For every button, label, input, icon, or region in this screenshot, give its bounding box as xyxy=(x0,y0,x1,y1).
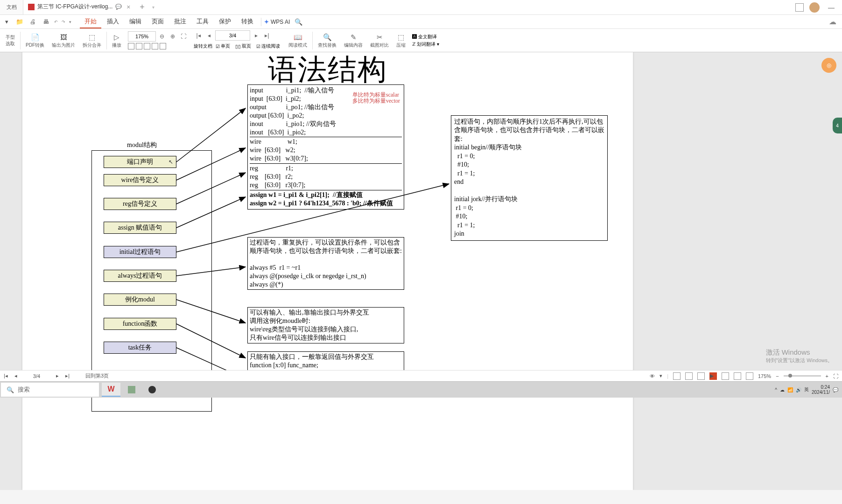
sb-first-icon[interactable]: |◂ xyxy=(4,373,8,379)
module-label: modul结构 xyxy=(127,141,157,149)
redo-icon[interactable]: ↷ xyxy=(62,20,65,24)
menu-annotate[interactable]: 批注 xyxy=(169,15,191,28)
zoom-minus-icon[interactable]: − xyxy=(776,373,779,379)
view1-icon[interactable] xyxy=(673,372,681,380)
save-icon[interactable]: 🖨 xyxy=(28,17,37,27)
crop4-icon[interactable] xyxy=(152,43,158,49)
last-page-icon[interactable]: ▸| xyxy=(262,32,272,39)
view3-icon[interactable] xyxy=(697,372,705,380)
windows-search[interactable]: 🔍 搜索 xyxy=(1,383,99,397)
hand-tool[interactable]: 手型选取 xyxy=(2,33,19,48)
tray-up-icon[interactable]: ^ xyxy=(775,387,777,392)
menu-tools[interactable]: 工具 xyxy=(192,15,213,28)
detail-instance: 可以有输入、输出,靠输出接口与外界交互 调用这例化moudle时: wire\r… xyxy=(247,307,404,343)
menu-chevron-icon[interactable]: ▾ xyxy=(2,17,11,27)
menu-insert[interactable]: 插入 xyxy=(102,15,124,28)
prev-page-icon[interactable]: ◂ xyxy=(204,32,214,39)
task-app3[interactable] xyxy=(143,383,161,397)
box-initial: initial过程语句 xyxy=(104,246,176,258)
undo-icon[interactable]: ↶ xyxy=(54,20,58,24)
toolbar: 手型选取 📄PDF转换 🖼输出为图片 ⬚拆分合并 ▷播放 ⊖ ⊕ ⛶ |◂ ◂ … xyxy=(0,29,842,52)
book-icon: 📖 xyxy=(293,33,302,42)
tray-cloud-icon[interactable]: ☁ xyxy=(780,387,785,392)
box-assign: assign 赋值语句 xyxy=(104,222,176,234)
full-translate-button[interactable]: 🅰 全文翻译 xyxy=(412,34,439,40)
minimize-button[interactable]: — xyxy=(825,4,837,11)
fit-icon[interactable]: ⛶ xyxy=(179,33,188,40)
open-icon[interactable]: 📁 xyxy=(15,17,24,27)
wps-ai-button[interactable]: ✦ WPS AI xyxy=(264,19,290,25)
cloud-icon[interactable]: ☁ xyxy=(829,17,842,26)
menu-edit[interactable]: 编辑 xyxy=(125,15,146,28)
first-page-icon[interactable]: |◂ xyxy=(194,32,203,39)
tray-net-icon[interactable]: 📶 xyxy=(787,387,793,392)
sb-last-icon[interactable]: ▸| xyxy=(65,373,70,379)
box-wire-def: wire信号定义 xyxy=(104,174,176,186)
search-icon: 🔍 xyxy=(323,33,332,42)
zoom-select[interactable] xyxy=(128,31,156,42)
menu-start[interactable]: 开始 xyxy=(80,15,101,28)
eye-icon[interactable]: 👁 xyxy=(650,373,655,379)
play-button[interactable]: ▷播放 xyxy=(108,32,125,49)
view2-icon[interactable] xyxy=(685,372,693,380)
single-page-toggle[interactable]: ☑单页 xyxy=(214,42,232,50)
view7-icon[interactable] xyxy=(746,372,753,380)
find-replace-button[interactable]: 🔍查找替换 xyxy=(314,32,340,49)
tray-notif-icon[interactable]: 💬 xyxy=(833,387,838,392)
double-page-toggle[interactable]: ▯▯双页 xyxy=(233,42,253,50)
sb-prev-icon[interactable]: ◂ xyxy=(14,373,17,379)
page-title: 语法结构 xyxy=(22,52,633,89)
tray-clock[interactable]: 0:24 2024/11/ xyxy=(812,385,830,395)
active-tab[interactable]: 第三节 IC-FPGA设计-verilog... 💬 × xyxy=(23,0,135,14)
zoom-in-icon[interactable]: ⊕ xyxy=(168,33,177,40)
cube-icon[interactable] xyxy=(795,3,804,12)
sb-back-text[interactable]: 回到第3页 xyxy=(85,372,109,379)
sb-chevron-icon[interactable]: ▾ xyxy=(660,373,662,379)
menu-page[interactable]: 页面 xyxy=(147,15,168,28)
export-img-button[interactable]: 🖼输出为图片 xyxy=(48,32,79,49)
next-page-icon[interactable]: ▸ xyxy=(252,32,261,39)
edit-icon: ✎ xyxy=(349,33,358,42)
more-chevron-icon[interactable]: ▾ xyxy=(69,20,71,24)
side-bubble[interactable]: 4 xyxy=(833,118,842,133)
image-icon: 🖼 xyxy=(59,33,68,42)
search-icon[interactable]: 🔍 xyxy=(295,18,302,26)
screenshot-compare-button[interactable]: ✂截图对比 xyxy=(366,32,393,49)
document-area[interactable]: 语法结构 modul结构 端口声明↖ wire信号定义 reg信号定义 assi… xyxy=(0,52,842,490)
tray-vol-icon[interactable]: 🔊 xyxy=(796,387,801,392)
pdf-convert-button[interactable]: 📄PDF转换 xyxy=(22,32,48,49)
zoom-slider[interactable] xyxy=(784,375,821,377)
tray-ime[interactable]: 英 xyxy=(804,386,809,393)
view5-icon[interactable] xyxy=(722,372,729,380)
sb-next-icon[interactable]: ▸ xyxy=(56,373,59,379)
expand-icon[interactable]: ⛶ xyxy=(833,373,838,379)
continuous-toggle[interactable]: ☑连续阅读 xyxy=(254,42,282,50)
zoom-out-icon[interactable]: ⊖ xyxy=(157,33,167,40)
read-mode-button[interactable]: 📖阅读模式 xyxy=(285,32,311,49)
add-tab-button[interactable]: + xyxy=(135,2,149,12)
cursor-icon: ↖ xyxy=(168,159,173,166)
crop3-icon[interactable] xyxy=(144,43,150,49)
rotate-label[interactable]: 旋转文档 xyxy=(194,43,212,49)
close-icon[interactable]: × xyxy=(126,3,130,11)
task-app2[interactable] xyxy=(122,383,141,397)
zoom-plus-icon[interactable]: + xyxy=(826,373,828,379)
view6-icon[interactable] xyxy=(734,372,741,380)
edit-content-button[interactable]: ✎编辑内容 xyxy=(340,32,366,49)
task-wps[interactable]: W xyxy=(102,383,120,397)
menu-protect[interactable]: 保护 xyxy=(214,15,236,28)
view4-icon[interactable]: ▶ xyxy=(709,372,717,380)
word-translate-button[interactable]: ℤ 划词翻译 ▾ xyxy=(412,41,439,48)
chevron-down-icon[interactable]: ▾ xyxy=(152,5,154,10)
side-tool-button[interactable]: ◎ xyxy=(821,58,836,73)
print-icon[interactable]: 🖶 xyxy=(41,17,50,27)
crop1-icon[interactable] xyxy=(128,43,134,49)
home-tab[interactable]: 文档 xyxy=(0,0,23,14)
split-merge-button[interactable]: ⬚拆分合并 xyxy=(79,32,105,49)
menu-convert[interactable]: 转换 xyxy=(237,15,258,28)
page-input[interactable] xyxy=(215,30,250,41)
crop5-icon[interactable] xyxy=(160,43,166,49)
avatar[interactable] xyxy=(809,2,820,13)
crop2-icon[interactable] xyxy=(136,43,142,49)
compress-button[interactable]: ⬚压缩 xyxy=(393,32,409,49)
